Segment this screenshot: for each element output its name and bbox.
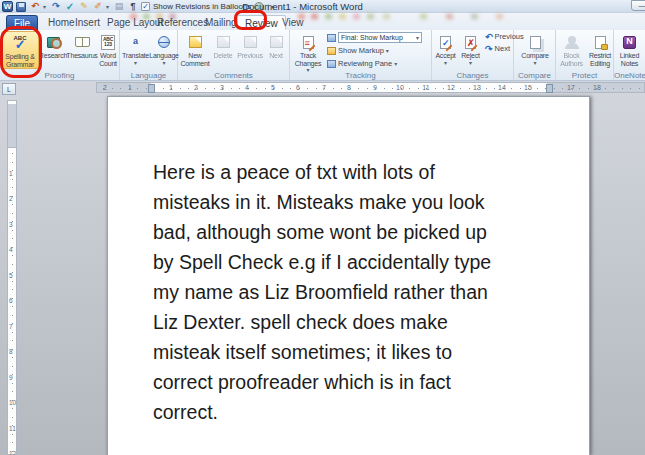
ruler-tick (409, 88, 410, 89)
ruler-tick (265, 88, 266, 89)
ruler-tick (12, 255, 13, 256)
block-authors-button[interactable]: Block Authors (557, 31, 586, 67)
ruler-tick (537, 88, 538, 89)
accept-button[interactable]: ✓ Accept ▾ (433, 31, 458, 66)
ruler-tick (12, 238, 13, 239)
right-indent-marker[interactable] (546, 84, 553, 93)
text-line: misteaks in it. Misteaks make you look (153, 187, 491, 217)
ruler-tick (435, 88, 436, 89)
previous-change-icon: ↶ (485, 32, 493, 42)
ruler-tick (12, 315, 13, 316)
ribbon: ABC ✓ Spelling & Grammar Research Thesau… (0, 30, 645, 81)
ruler-tick (418, 88, 419, 89)
blur-dot (311, 14, 318, 19)
ruler-tick (562, 88, 563, 89)
reviewing-pane-button[interactable]: Reviewing Pane ▾ (327, 57, 422, 70)
blur-dot (471, 14, 478, 19)
dropdown-icon: ▾ (386, 47, 389, 54)
ruler-tick (180, 88, 181, 89)
ribbon-tab-row: File Home Insert Page Layout References … (0, 13, 645, 30)
ruler-tick (460, 88, 461, 89)
ruler-tick (12, 179, 13, 180)
group-onenote: N Linked Notes OneNote (614, 30, 645, 80)
ruler-tick (494, 88, 495, 89)
ruler-tick (137, 88, 138, 89)
group-label-compare[interactable]: Compare (514, 71, 555, 80)
blur-dot (446, 14, 453, 19)
document-text[interactable]: Here is a peace of txt with lots of mist… (153, 157, 491, 427)
group-changes: ✓ Accept ▾ ✗ Reject ▾ ↶ Previous ↷ Next (432, 30, 514, 80)
ruler-tick (12, 153, 13, 154)
word-count-button[interactable]: ABC 123 Word Count (97, 31, 119, 67)
thesaurus-button[interactable]: Thesaurus (67, 31, 97, 60)
ruler-tick (12, 417, 13, 418)
ruler-tick (358, 88, 359, 89)
tab-view[interactable]: View (275, 15, 311, 30)
ruler-tick (486, 88, 487, 89)
ruler-tick (256, 88, 257, 89)
dropdown-icon: ▾ (444, 60, 447, 67)
reject-button[interactable]: ✗ Reject ▾ (458, 31, 483, 66)
compare-button[interactable]: Compare ▾ (518, 31, 552, 66)
ruler-tick (12, 213, 13, 214)
ruler-tick (545, 88, 546, 89)
group-compare: Compare ▾ Compare (514, 30, 556, 80)
ruler-tick (120, 88, 121, 89)
text-line: Here is a peace of txt with lots of (153, 157, 491, 187)
ruler-number: 1 (128, 84, 132, 91)
ruler-number: 4 (9, 246, 13, 253)
restrict-editing-button[interactable]: Restrict Editing (586, 31, 614, 67)
ruler-tick (12, 289, 13, 290)
group-label-tracking[interactable]: Tracking (290, 71, 431, 80)
group-label-onenote[interactable]: OneNote (614, 71, 645, 80)
next-comment-icon (270, 36, 283, 48)
linked-notes-button[interactable]: N Linked Notes (615, 31, 644, 67)
ruler-tick (307, 88, 308, 89)
ruler-number: 2 (103, 84, 107, 91)
track-changes-button[interactable]: ≡ Track Changes ▾ (291, 31, 325, 74)
dropdown-icon: ▾ (163, 60, 166, 67)
ruler-number: 6 (9, 297, 13, 304)
delete-comment-button[interactable]: Delete (211, 31, 235, 60)
onenote-icon: N (623, 36, 636, 49)
ruler-tick (630, 88, 631, 89)
previous-comment-button[interactable]: Previous (235, 31, 265, 60)
blur-dot (353, 14, 360, 19)
ruler-tick (154, 88, 155, 89)
research-button[interactable]: Research (39, 31, 67, 60)
ruler-tick (316, 88, 317, 89)
track-changes-icon: ≡ (303, 36, 314, 49)
minimize-button[interactable]: — (631, 0, 645, 11)
new-comment-button[interactable]: New Comment (179, 31, 211, 67)
ruler-top-margin (8, 104, 16, 148)
translate-button[interactable]: a Translate ▾ (121, 31, 150, 66)
tab-file[interactable]: File (6, 15, 38, 30)
group-label-comments[interactable]: Comments (178, 71, 289, 80)
display-for-review-select[interactable]: Final: Show Markup ▾ (338, 32, 422, 43)
group-language: a Translate ▾ Language ▾ Language (120, 30, 178, 80)
next-change-icon: ↷ (485, 44, 493, 54)
ruler-tick (588, 88, 589, 89)
group-label-proofing[interactable]: Proofing (0, 71, 119, 80)
group-label-protect[interactable]: Protect (556, 71, 613, 80)
tab-stop-selector[interactable]: L (2, 83, 16, 95)
ruler-tick (146, 88, 147, 89)
group-label-language[interactable]: Language (120, 71, 177, 80)
ruler-tick (112, 88, 113, 89)
group-label-changes[interactable]: Changes (432, 71, 513, 80)
group-tracking: ≡ Track Changes ▾ Final: Show Markup ▾ S… (290, 30, 432, 80)
language-button[interactable]: Language ▾ (150, 31, 178, 66)
ruler-number: 15 (524, 84, 532, 91)
group-comments: New Comment Delete Previous Next Comment… (178, 30, 290, 80)
next-comment-button[interactable]: Next (265, 31, 287, 60)
ruler-tick (511, 88, 512, 89)
spelling-grammar-button[interactable]: ABC ✓ Spelling & Grammar (1, 31, 39, 69)
ruler-tick (12, 306, 13, 307)
language-globe-icon (158, 36, 170, 48)
ruler-tick (12, 264, 13, 265)
ruler-number: 6 (296, 84, 300, 91)
document-page[interactable]: Here is a peace of txt with lots of mist… (107, 96, 590, 455)
ruler-tick (188, 88, 189, 89)
text-line: my name as Liz Broomfield rather than (153, 277, 491, 307)
show-markup-button[interactable]: Show Markup ▾ (327, 44, 422, 57)
